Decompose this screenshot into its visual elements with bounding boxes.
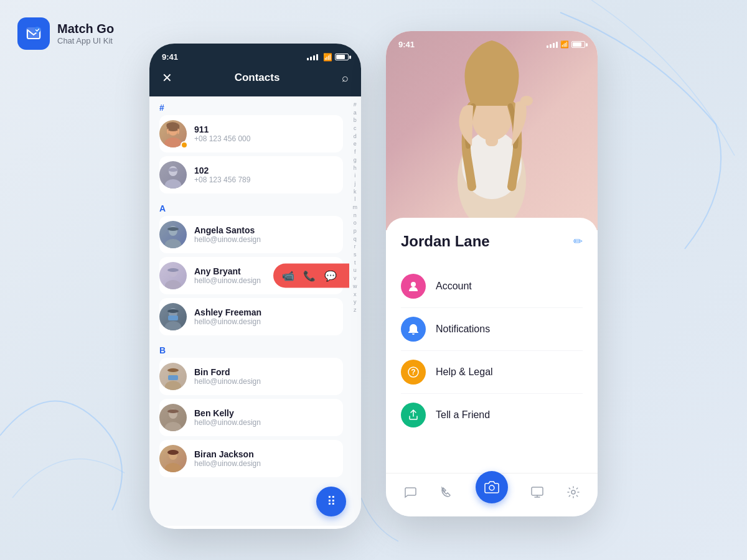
svg-point-1 xyxy=(34,27,40,33)
friend-label: Tell a Friend xyxy=(436,409,490,421)
contact-name: Biran Jackson xyxy=(194,449,338,459)
avatar xyxy=(159,445,187,472)
svg-point-24 xyxy=(167,409,179,413)
contact-item[interactable]: Biran Jackson hello@uinow.design xyxy=(159,440,343,477)
notifications-icon xyxy=(401,317,426,342)
avatar xyxy=(159,262,187,289)
account-label: Account xyxy=(436,281,472,292)
nav-chat[interactable] xyxy=(403,485,417,499)
svg-point-15 xyxy=(165,321,181,330)
svg-rect-17 xyxy=(168,315,178,320)
star-badge xyxy=(181,141,188,149)
contact-item[interactable]: 911 +08 123 456 000 xyxy=(159,115,343,152)
wifi-icon: 📶 xyxy=(323,53,332,62)
fab-button[interactable]: ⠿ xyxy=(316,487,346,516)
video-call-icon[interactable]: 📹 xyxy=(282,270,294,282)
search-button[interactable]: ⌕ xyxy=(342,72,349,85)
contact-name: Bin Ford xyxy=(194,367,338,377)
menu-item-help[interactable]: ? Help & Legal xyxy=(401,351,583,394)
contact-phone: hello@uinow.design xyxy=(194,317,338,326)
contacts-body: # 911 +0 xyxy=(149,96,361,526)
battery-icon xyxy=(571,41,585,48)
profile-name: Jordan Lane xyxy=(401,233,490,250)
phones-container: 9:41 📶 ✕ Contacts ⌕ xyxy=(125,31,622,529)
avatar xyxy=(159,363,187,390)
phone-call-icon[interactable]: 📞 xyxy=(303,270,316,282)
phone-left: 9:41 📶 ✕ Contacts ⌕ xyxy=(149,44,361,529)
contact-phone: +08 123 456 789 xyxy=(194,175,338,184)
contacts-title: Contacts xyxy=(235,72,280,84)
app-subtitle: Chat App UI Kit xyxy=(57,36,114,45)
swipe-actions: 📹 📞 💬 xyxy=(273,264,349,288)
edit-icon[interactable]: ✏ xyxy=(573,235,583,248)
phone-right: 9:41 📶 xyxy=(386,31,598,516)
svg-point-9 xyxy=(165,239,181,248)
right-status-time: 9:41 xyxy=(398,40,415,49)
contact-item[interactable]: Bin Ford hello@uinow.design xyxy=(159,358,343,395)
menu-item-notifications[interactable]: Notifications xyxy=(401,308,583,351)
svg-point-36 xyxy=(489,485,494,490)
contact-name: 911 xyxy=(194,124,338,134)
svg-point-7 xyxy=(168,168,178,172)
svg-point-26 xyxy=(165,463,181,472)
contact-name: Ashley Freeman xyxy=(194,307,338,317)
svg-point-16 xyxy=(167,309,179,313)
menu-item-friend[interactable]: Tell a Friend xyxy=(401,394,583,436)
svg-rect-21 xyxy=(168,375,178,380)
contact-item[interactable]: 102 +08 123 456 789 xyxy=(159,156,343,194)
logo-area: Match Go Chat App UI Kit xyxy=(17,17,114,50)
contact-phone: hello@uinow.design xyxy=(194,459,338,468)
nav-screen[interactable] xyxy=(530,485,544,499)
logo-icon xyxy=(17,17,50,50)
section-b: B xyxy=(159,339,349,358)
logo-text-group: Match Go Chat App UI Kit xyxy=(57,22,114,45)
alpha-index: # a b c d e f g h i j k l m n o p q r s xyxy=(349,96,362,526)
contact-item-swiped[interactable]: Any Bryant hello@uinow.design 📹 📞 💬 xyxy=(159,257,343,294)
help-label: Help & Legal xyxy=(436,366,493,378)
svg-point-33 xyxy=(411,282,416,287)
svg-point-3 xyxy=(164,138,182,147)
signal-icon xyxy=(307,54,318,60)
contact-info: Bin Ford hello@uinow.design xyxy=(194,367,338,386)
bottom-nav xyxy=(386,473,598,516)
profile-content: Jordan Lane ✏ Account xyxy=(386,218,598,436)
svg-point-10 xyxy=(167,227,179,231)
profile-photo: 9:41 📶 xyxy=(386,31,598,230)
contact-item[interactable]: Ashley Freeman hello@uinow.design xyxy=(159,298,343,335)
svg-point-19 xyxy=(165,381,181,390)
contact-info: 102 +08 123 456 789 xyxy=(194,166,338,184)
battery-icon xyxy=(335,54,349,60)
contact-info: Angela Santos hello@uinow.design xyxy=(194,225,338,244)
contact-item[interactable]: Ben Kelly hello@uinow.design xyxy=(159,399,343,436)
contacts-header: 9:41 📶 ✕ Contacts ⌕ xyxy=(149,44,361,96)
svg-point-38 xyxy=(571,490,575,494)
profile-name-row: Jordan Lane ✏ xyxy=(401,233,583,250)
svg-point-27 xyxy=(167,450,179,455)
help-icon: ? xyxy=(401,360,426,385)
avatar xyxy=(159,161,187,189)
avatar xyxy=(159,221,187,248)
contacts-nav: ✕ Contacts ⌕ xyxy=(162,70,349,85)
left-status-time: 9:41 xyxy=(162,52,178,62)
avatar xyxy=(159,303,187,330)
contact-info: 911 +08 123 456 000 xyxy=(194,124,338,143)
contact-info: Ben Kelly hello@uinow.design xyxy=(194,408,338,427)
contact-name: 102 xyxy=(194,166,338,175)
section-hash: # xyxy=(159,96,349,115)
close-button[interactable]: ✕ xyxy=(162,70,172,85)
nav-call[interactable] xyxy=(439,485,453,499)
contact-info: Biran Jackson hello@uinow.design xyxy=(194,449,338,468)
contacts-list: # 911 +0 xyxy=(149,96,349,526)
contact-phone: +08 123 456 000 xyxy=(194,134,338,143)
nav-camera[interactable] xyxy=(476,471,508,503)
message-icon[interactable]: 💬 xyxy=(324,270,337,282)
menu-item-account[interactable]: Account xyxy=(401,265,583,308)
nav-settings[interactable] xyxy=(566,485,580,499)
contact-name: Ben Kelly xyxy=(194,408,338,418)
svg-point-13 xyxy=(167,268,179,272)
notifications-label: Notifications xyxy=(436,324,490,335)
contact-item[interactable]: Angela Santos hello@uinow.design xyxy=(159,216,343,253)
svg-point-6 xyxy=(165,179,181,189)
svg-point-12 xyxy=(165,280,181,289)
account-icon xyxy=(401,274,426,299)
